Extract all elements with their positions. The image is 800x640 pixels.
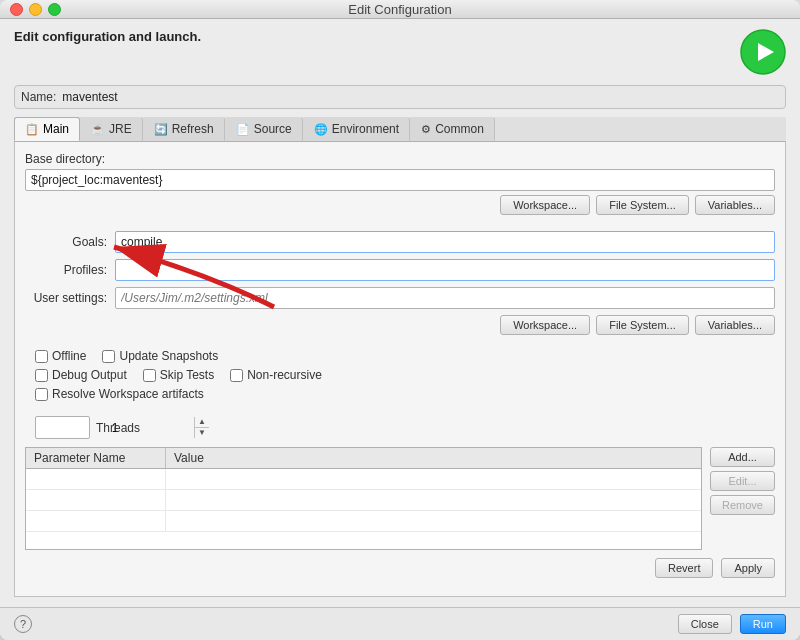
- cell-value-1: [166, 469, 701, 489]
- header-section: Edit configuration and launch.: [14, 29, 786, 75]
- run-icon-large[interactable]: [740, 29, 786, 75]
- add-button[interactable]: Add...: [710, 447, 775, 467]
- profiles-input[interactable]: [115, 259, 775, 281]
- checkbox-row-1: Offline Update Snapshots: [35, 349, 775, 363]
- debug-output-label: Debug Output: [52, 368, 127, 382]
- resolve-workspace-checkbox[interactable]: [35, 388, 48, 401]
- skip-tests-checkbox[interactable]: [143, 369, 156, 382]
- maximize-button[interactable]: [48, 3, 61, 16]
- resolve-workspace-label: Resolve Workspace artifacts: [52, 387, 204, 401]
- non-recursive-label: Non-recursive: [247, 368, 322, 382]
- user-settings-buttons: Workspace... File System... Variables...: [25, 315, 775, 335]
- apply-button[interactable]: Apply: [721, 558, 775, 578]
- non-recursive-checkbox[interactable]: [230, 369, 243, 382]
- run-button[interactable]: Run: [740, 614, 786, 634]
- edit-button[interactable]: Edit...: [710, 471, 775, 491]
- minimize-button[interactable]: [29, 3, 42, 16]
- parameter-table: Parameter Name Value: [25, 447, 702, 550]
- checkbox-row-2: Debug Output Skip Tests Non-recursive: [35, 368, 775, 382]
- checkbox-row-3: Resolve Workspace artifacts: [35, 387, 775, 401]
- profiles-label: Profiles:: [25, 263, 115, 277]
- user-settings-input[interactable]: [115, 287, 775, 309]
- remove-button[interactable]: Remove: [710, 495, 775, 515]
- help-icon[interactable]: ?: [14, 615, 32, 633]
- common-tab-icon: ⚙: [421, 123, 431, 136]
- base-directory-label: Base directory:: [25, 152, 775, 166]
- offline-label: Offline: [52, 349, 86, 363]
- offline-checkbox-item: Offline: [35, 349, 86, 363]
- tab-main[interactable]: 📋 Main: [14, 117, 80, 141]
- goals-label: Goals:: [25, 235, 115, 249]
- skip-tests-checkbox-item: Skip Tests: [143, 368, 214, 382]
- window-content: Edit configuration and launch. Name: 📋 M…: [0, 19, 800, 607]
- cell-value-3: [166, 511, 701, 531]
- base-directory-input[interactable]: [25, 169, 775, 191]
- offline-checkbox[interactable]: [35, 350, 48, 363]
- main-panel: Base directory: Workspace... File System…: [14, 142, 786, 597]
- column-header-name: Parameter Name: [26, 448, 166, 468]
- workspace-btn-1[interactable]: Workspace...: [500, 195, 590, 215]
- tab-common[interactable]: ⚙ Common: [410, 117, 495, 141]
- update-snapshots-checkbox[interactable]: [102, 350, 115, 363]
- tab-jre[interactable]: ☕ JRE: [80, 117, 143, 141]
- column-header-value: Value: [166, 448, 701, 468]
- table-row: [26, 490, 701, 511]
- environment-tab-icon: 🌐: [314, 123, 328, 136]
- tabs-bar: 📋 Main ☕ JRE 🔄 Refresh 📄 Source 🌐 Enviro…: [14, 117, 786, 142]
- filesystem-btn-1[interactable]: File System...: [596, 195, 689, 215]
- spinner-down-button[interactable]: ▼: [195, 428, 209, 438]
- tab-refresh-label: Refresh: [172, 122, 214, 136]
- base-directory-section: Base directory: Workspace... File System…: [25, 152, 775, 223]
- threads-spinner-control: ▲ ▼: [35, 416, 90, 439]
- cell-name-1: [26, 469, 166, 489]
- header-title: Edit configuration and launch.: [14, 29, 201, 44]
- footer: ? Close Run: [0, 607, 800, 640]
- cell-value-2: [166, 490, 701, 510]
- variables-btn-1[interactable]: Variables...: [695, 195, 775, 215]
- name-input[interactable]: [62, 90, 779, 104]
- checkboxes-section-1: Offline Update Snapshots Debug Output: [25, 349, 775, 406]
- user-settings-row: User settings:: [25, 287, 775, 309]
- window: Edit Configuration Edit configuration an…: [0, 0, 800, 640]
- debug-output-checkbox-item: Debug Output: [35, 368, 127, 382]
- revert-button[interactable]: Revert: [655, 558, 713, 578]
- table-row: [26, 469, 701, 490]
- update-snapshots-checkbox-item: Update Snapshots: [102, 349, 218, 363]
- tab-main-label: Main: [43, 122, 69, 136]
- filesystem-btn-2[interactable]: File System...: [596, 315, 689, 335]
- goals-input[interactable]: [115, 231, 775, 253]
- skip-tests-label: Skip Tests: [160, 368, 214, 382]
- spinner-up-button[interactable]: ▲: [195, 417, 209, 428]
- title-bar: Edit Configuration: [0, 0, 800, 19]
- traffic-lights: [10, 3, 61, 16]
- tab-source[interactable]: 📄 Source: [225, 117, 303, 141]
- close-button[interactable]: Close: [678, 614, 732, 634]
- name-row: Name:: [14, 85, 786, 109]
- name-label: Name:: [21, 90, 56, 104]
- spinner-buttons: ▲ ▼: [194, 417, 209, 438]
- close-button[interactable]: [10, 3, 23, 16]
- window-title: Edit Configuration: [348, 2, 451, 17]
- tab-common-label: Common: [435, 122, 484, 136]
- tab-environment[interactable]: 🌐 Environment: [303, 117, 410, 141]
- source-tab-icon: 📄: [236, 123, 250, 136]
- base-directory-buttons: Workspace... File System... Variables...: [25, 195, 775, 215]
- tab-refresh[interactable]: 🔄 Refresh: [143, 117, 225, 141]
- jre-tab-icon: ☕: [91, 123, 105, 136]
- variables-btn-2[interactable]: Variables...: [695, 315, 775, 335]
- cell-name-2: [26, 490, 166, 510]
- tab-jre-label: JRE: [109, 122, 132, 136]
- debug-output-checkbox[interactable]: [35, 369, 48, 382]
- resolve-workspace-checkbox-item: Resolve Workspace artifacts: [35, 387, 204, 401]
- table-buttons: Add... Edit... Remove: [710, 447, 775, 550]
- table-section: Parameter Name Value: [25, 447, 775, 550]
- profiles-row: Profiles:: [25, 259, 775, 281]
- workspace-btn-2[interactable]: Workspace...: [500, 315, 590, 335]
- threads-label: Threads: [96, 421, 140, 435]
- table-wrapper: Parameter Name Value: [25, 447, 775, 550]
- bottom-action-buttons: Revert Apply: [25, 558, 775, 578]
- refresh-tab-icon: 🔄: [154, 123, 168, 136]
- table-header: Parameter Name Value: [26, 448, 701, 469]
- main-panel-wrapper: Base directory: Workspace... File System…: [14, 142, 786, 597]
- tab-environment-label: Environment: [332, 122, 399, 136]
